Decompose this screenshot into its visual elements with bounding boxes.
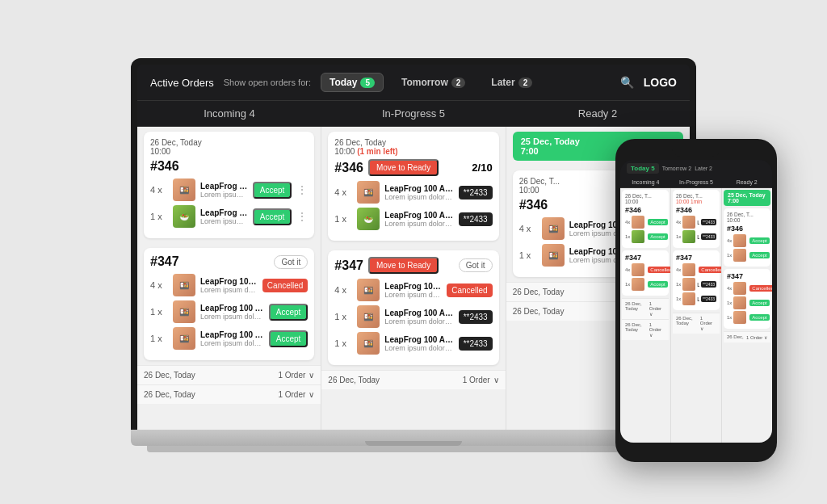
accept-button[interactable]: Accept <box>269 330 309 347</box>
phone-footer-date: 26 Dec, Today <box>676 316 700 331</box>
chevron-down-icon[interactable]: ∨ <box>309 371 314 380</box>
columns-area: 26 Dec, Today10:00 #346 4 x 🍱 LeapFrog 1… <box>137 127 690 430</box>
phone-notch <box>672 147 720 157</box>
item-name: LeapFrog 100 Anim... <box>384 282 442 291</box>
phone-item-img <box>733 234 746 247</box>
col-header-incoming: Incoming 4 <box>137 101 321 127</box>
phone-item: 4x LeapFrog 100 Anim... Cancelled <box>676 263 716 276</box>
item-image: 🥗 <box>357 208 380 230</box>
footer-row: 26 Dec, Today 1 Order ∨ <box>321 370 505 389</box>
phone-item: 1x LeapFrog 100 Anim... Accept <box>625 230 665 243</box>
tab-later[interactable]: Later 2 <box>483 74 540 91</box>
tab-tomorrow[interactable]: Tomorrow 2 <box>393 74 473 91</box>
order-group: #347 Move to Ready Got it 4 x 🍱 LeapFrog… <box>328 250 498 365</box>
phone-item-name: LeapFrog 100 Anim... <box>697 282 699 288</box>
order-num-row: #346 Move to Ready 2/10 <box>334 159 492 176</box>
phone-accept-btn[interactable]: Accept <box>648 219 667 225</box>
scene: Active Orders Show open orders for: Toda… <box>50 26 777 478</box>
move-to-ready-button[interactable]: Move to Ready <box>368 159 439 176</box>
phone-item: 4x LeapFrog 100 Anim... Accept <box>625 216 665 229</box>
laptop-foot <box>147 446 680 452</box>
item-desc: Lorem ipsum dolor sit amet <box>200 286 258 294</box>
laptop: Active Orders Show open orders for: Toda… <box>131 58 696 478</box>
order-date: 26 Dec, Today 10:00 (1 min left) <box>334 138 492 156</box>
item-desc: Lorem ipsum dolor sit amet <box>384 291 442 299</box>
item-qty: 4 x <box>150 280 168 290</box>
item-image: 🍱 <box>357 181 380 204</box>
phone-order-num: #346 <box>727 225 767 233</box>
accept-button[interactable]: Accept <box>253 208 292 225</box>
item-name-wrap: LeapFrog 100 Anim... Lorem ipsum dolor s… <box>384 335 453 352</box>
more-dots-icon[interactable]: ⋮ <box>296 210 308 223</box>
phone-item: 4x LeapFrog 100 Anim... Cancelled <box>727 282 767 295</box>
item-desc: Lorem ipsum dolor sit amet <box>200 339 264 347</box>
got-it-button[interactable]: Got it <box>459 258 493 272</box>
phone-accept-btn[interactable]: Accept <box>648 281 667 288</box>
chevron-down-icon[interactable]: ∨ <box>493 376 499 384</box>
phone-item-img <box>682 230 695 243</box>
phone-ready-col: 25 Dec, Today7:00 26 Dec, T...10:00 #346… <box>722 188 772 443</box>
phone-item: 1x LeapFrog 100 Anim... Accept <box>625 278 665 291</box>
search-icon[interactable]: 🔍 <box>620 76 634 89</box>
phone-accept-btn[interactable]: Accept <box>648 233 667 240</box>
order-item: 1 x 🍱 LeapFrog 100 Anim... Lorem ipsum d… <box>334 305 492 328</box>
order-item: 1 x 🍱 LeapFrog 100 Anim... Lorem ipsum d… <box>334 332 492 355</box>
phone-order-num: #346 <box>625 206 665 214</box>
phone-accept-btn[interactable]: Accept <box>749 314 769 321</box>
tab-today-badge: 5 <box>360 78 375 88</box>
order-item: 4 x 🍱 LeapFrog 100 Anim... Lorem ipsum d… <box>334 279 492 301</box>
accept-button[interactable]: Accept <box>269 304 309 321</box>
code-badge: **2433 <box>459 310 493 324</box>
item-name-wrap: LeapFrog 100 Anim... Lorem ipsum dolor s… <box>384 282 442 299</box>
phone-order-group: #347 4x LeapFrog 100 Anim... Cancelled 1… <box>622 250 669 296</box>
item-qty: 1 x <box>334 312 352 321</box>
item-name: LeapFrog 100 Anim... <box>200 304 264 313</box>
incoming-column: 26 Dec, Today10:00 #346 4 x 🍱 LeapFrog 1… <box>137 127 321 430</box>
item-desc: Lorem ipsum dolor sit amet <box>200 313 264 321</box>
item-qty: 1 x <box>150 334 168 343</box>
more-dots-icon[interactable]: ⋮ <box>296 183 308 196</box>
got-it-button[interactable]: Got it <box>274 255 308 269</box>
item-image: 🥗 <box>173 205 195 228</box>
item-qty: 1 x <box>150 307 168 317</box>
item-image: 🍱 <box>357 332 380 355</box>
item-image: 🍱 <box>542 244 565 267</box>
phone-order-num: #346 <box>676 206 716 214</box>
code-badge: **2433 <box>459 337 493 351</box>
phone-item-name: LeapFrog 100 Anim... <box>697 220 699 225</box>
phone-cancelled-badge: Cancelled <box>648 267 671 273</box>
item-desc: Lorem ipsum dolor sit amet <box>384 344 453 352</box>
order-item: 4 x 🍱 LeapFrog 100 Anim... Lorem ipsum d… <box>334 181 492 204</box>
phone-accept-btn[interactable]: Accept <box>749 300 769 306</box>
col-header-ready: Ready 2 <box>506 101 690 127</box>
footer-row: 26 Dec, Today 1 Order ∨ <box>137 365 321 384</box>
phone-item: 1x LeapFrog 100 Anim... Accept <box>727 249 767 262</box>
phone-item-img <box>632 216 644 229</box>
item-desc: Lorem ipsum dolor sit amet <box>384 220 453 228</box>
phone-order-group: 26 Dec, T...10:00 #346 4x LeapFrog 100 A… <box>622 190 669 248</box>
order-num-row: #347 Move to Ready Got it <box>334 257 492 274</box>
phone-accept-btn[interactable]: Accept <box>749 237 769 244</box>
phone-order-group: #347 4x LeapFrog 100 Anim... Cancelled 1… <box>724 269 770 329</box>
footer-right: 1 Order ∨ <box>278 390 314 399</box>
phone-order-num: #347 <box>727 272 767 280</box>
item-desc: Lorem ipsum dolor sit amet <box>200 191 248 199</box>
phone-item-img <box>682 292 695 305</box>
phone-item-img <box>733 282 746 295</box>
chevron-down-icon[interactable]: ∨ <box>309 390 314 399</box>
order-number: #346 <box>150 159 179 174</box>
tab-today[interactable]: Today 5 <box>321 73 384 92</box>
item-name-wrap: LeapFrog 100 Anim... Lorem ipsum dolor s… <box>200 182 248 199</box>
phone-order-group: #347 4x LeapFrog 100 Anim... Cancelled 1… <box>673 250 720 310</box>
item-image: 🍱 <box>173 274 195 296</box>
phone-ready-card: 25 Dec, Today7:00 <box>724 190 770 206</box>
move-to-ready-button[interactable]: Move to Ready <box>368 257 439 274</box>
phone-footer-orders: 1 Order ∨ <box>649 301 665 317</box>
column-headers: Incoming 4 In-Progress 5 Ready 2 <box>137 101 690 127</box>
order-item: 4 x 🍱 LeapFrog 100 Anim... Lorem ipsum d… <box>150 274 308 296</box>
accept-button[interactable]: Accept <box>253 182 292 199</box>
phone-item: 4x LeapFrog 100 Anim... Accept <box>727 234 767 247</box>
footer-right: 1 Order ∨ <box>463 376 499 384</box>
footer-orders: 1 Order <box>278 390 305 399</box>
phone-accept-btn[interactable]: Accept <box>749 252 769 258</box>
